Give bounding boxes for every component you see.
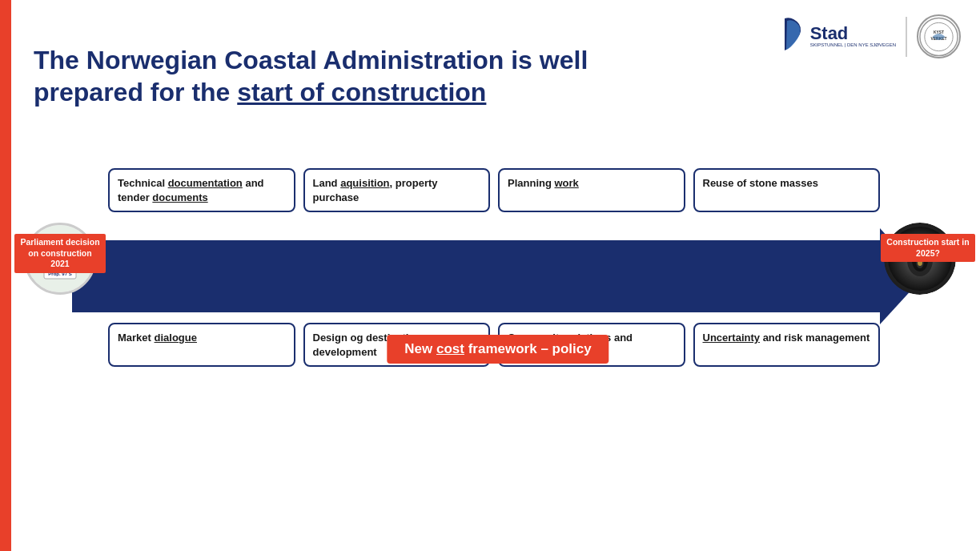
stad-logo: Stad SKIPSTUNNEL | DEN NYE SJØVEGEN bbox=[743, 14, 896, 58]
title-line1: The Norwegian Coastal Administration is … bbox=[34, 44, 588, 76]
main-title: The Norwegian Coastal Administration is … bbox=[34, 44, 588, 108]
header-logos: Stad SKIPSTUNNEL | DEN NYE SJØVEGEN KYST… bbox=[743, 14, 961, 58]
arrow-container: New cost framework – policy bbox=[72, 240, 924, 312]
underline-dialogue: dialogue bbox=[155, 332, 197, 344]
box-planning-work: Planning work bbox=[498, 168, 685, 212]
construction-label: Construction start in 2025? bbox=[881, 234, 975, 262]
arrow-body bbox=[72, 240, 889, 312]
top-boxes-row: Technical documentation and tender docum… bbox=[108, 168, 880, 212]
parliament-label: Parliament decision on construction 2021 bbox=[14, 234, 106, 273]
box-land-acquisition: Land aquisition, property purchase bbox=[303, 168, 491, 212]
title-line2-underlined: start of construction bbox=[237, 78, 486, 107]
underline-work: work bbox=[555, 177, 579, 189]
underline-uncertainty: Uncertainty bbox=[703, 332, 761, 344]
title-line2: prepared for the start of construction bbox=[34, 76, 588, 108]
box-uncertainty-risk: Uncertainty and risk management bbox=[693, 323, 881, 367]
policy-box: New cost framework – policy bbox=[387, 335, 608, 364]
stad-sub: SKIPSTUNNEL | DEN NYE SJØVEGEN bbox=[810, 42, 896, 48]
policy-underline-cost: cost bbox=[436, 341, 464, 356]
box-reuse-stone: Reuse of stone masses bbox=[693, 168, 881, 212]
title-line2-text: prepared for the bbox=[34, 78, 237, 107]
underline-documentation: documentation bbox=[168, 177, 243, 189]
underline-aquisition: aquisition bbox=[340, 177, 389, 189]
stad-logo-text: Stad SKIPSTUNNEL | DEN NYE SJØVEGEN bbox=[810, 25, 896, 48]
underline-documents: documents bbox=[152, 191, 207, 203]
kystverket-logo-icon: KYST VERKET bbox=[918, 16, 959, 58]
left-accent-bar bbox=[0, 0, 11, 551]
box-technical-docs: Technical documentation and tender docum… bbox=[108, 168, 295, 212]
logo-divider bbox=[906, 17, 907, 57]
stad-logo-icon bbox=[743, 14, 807, 58]
kystverket-logo: KYST VERKET bbox=[917, 14, 961, 58]
main-diagram: New cost framework – policy Prop. 97 S P… bbox=[24, 168, 964, 432]
stad-name: Stad bbox=[810, 25, 896, 42]
box-market-dialogue: Market dialogue bbox=[108, 323, 295, 367]
